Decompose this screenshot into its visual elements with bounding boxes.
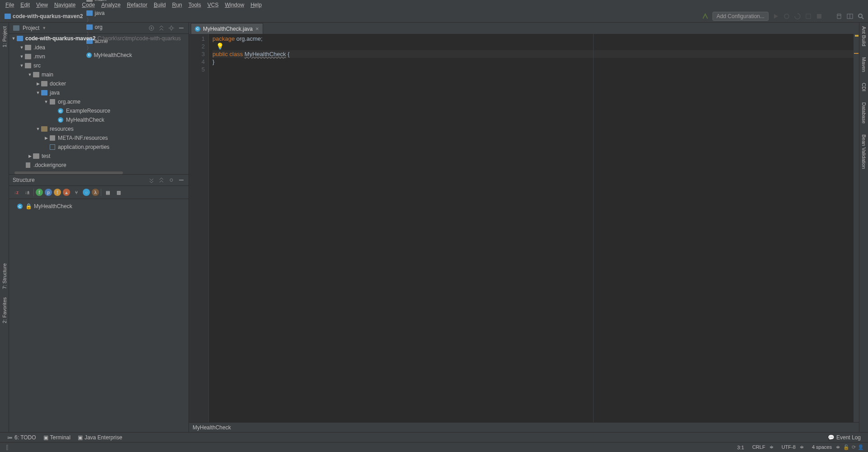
autoscroll-source-icon[interactable]: ▤ <box>103 188 112 197</box>
left-tab-project[interactable]: 1: Project <box>2 24 7 49</box>
svg-point-9 <box>151 28 152 29</box>
settings-icon[interactable] <box>168 176 175 184</box>
svg-point-10 <box>170 27 173 29</box>
tree-item-docker[interactable]: ▶docker <box>9 79 189 88</box>
line-number: 3 <box>189 50 205 58</box>
code-editor[interactable]: 12345 package org.acme; 💡 public class M… <box>189 34 859 422</box>
show-class-icon[interactable]: ○ <box>83 189 90 196</box>
stop-icon[interactable] <box>816 13 823 20</box>
run-icon[interactable] <box>772 13 779 20</box>
right-margin <box>593 34 594 422</box>
structure-item[interactable]: C 🔒 MyHealthCheck <box>13 202 185 211</box>
tree-item-orgacme[interactable]: ▼org.acme <box>9 97 189 106</box>
line-number: 4 <box>189 58 205 66</box>
tree-item-resources[interactable]: ▼resources <box>9 124 189 133</box>
readonly-lock-icon[interactable]: 🔓 <box>843 444 850 451</box>
vcs-icon[interactable] <box>835 13 843 20</box>
right-tab-bean-validation[interactable]: Bean Validation <box>861 133 867 171</box>
build-icon[interactable] <box>702 13 709 20</box>
folder-icon <box>86 0 93 2</box>
status-bar: 3:1 CRLF ≑ UTF-8 ≑ 4 spaces ≑ 🔓 ⟳ 👤 <box>0 442 868 452</box>
project-tree[interactable]: ▼ code-with-quarkus-maven2 C:\work\src\t… <box>9 34 189 174</box>
show-properties-icon[interactable]: p <box>45 189 52 196</box>
show-anon-icon[interactable]: ⑂ <box>72 188 81 197</box>
tree-item-main[interactable]: ▼main <box>9 70 189 79</box>
tree-item-applicationproperties[interactable]: application.properties <box>9 143 189 152</box>
right-tab-ant-build[interactable]: Ant Build <box>861 24 867 48</box>
crumb-java[interactable]: java <box>85 10 133 16</box>
inspections-icon[interactable]: 👤 <box>857 444 864 451</box>
tool-windows-icon[interactable] <box>4 444 11 451</box>
show-fields-icon[interactable]: f <box>36 189 43 196</box>
class-icon: C <box>195 26 200 32</box>
folder-icon <box>25 45 31 50</box>
project-panel-header: Project ▼ <box>9 23 189 34</box>
locate-icon[interactable] <box>148 24 155 32</box>
intention-bulb-icon[interactable]: 💡 <box>212 43 224 50</box>
expand-all-icon[interactable] <box>148 176 155 184</box>
show-inherited-icon[interactable]: ▲ <box>63 189 70 196</box>
module-icon <box>17 36 23 41</box>
autoscroll-from-icon[interactable]: ▥ <box>114 188 123 197</box>
tree-item-myhealthcheck[interactable]: CMyHealthCheck <box>9 115 189 124</box>
search-everywhere-icon[interactable] <box>857 13 864 20</box>
right-tab-maven[interactable]: Maven <box>861 55 867 74</box>
class-icon: C <box>58 108 63 114</box>
tree-root[interactable]: ▼ code-with-quarkus-maven2 C:\work\src\t… <box>9 34 189 43</box>
tree-item-exampleresource[interactable]: CExampleResource <box>9 106 189 115</box>
file-encoding[interactable]: UTF-8 ≑ <box>776 444 807 450</box>
crumb-main[interactable]: main <box>85 0 133 2</box>
svg-line-6 <box>862 17 863 19</box>
gutter: 12345 <box>189 34 209 422</box>
file-icon <box>26 162 30 168</box>
class-icon: C <box>58 117 63 123</box>
profile-icon[interactable] <box>805 13 812 20</box>
indent-setting[interactable]: 4 spaces ≑ <box>807 444 843 450</box>
tree-item-java[interactable]: ▼java <box>9 88 189 97</box>
structure-panel-title: Structure <box>13 177 35 183</box>
svg-rect-15 <box>6 445 8 450</box>
tree-item-test[interactable]: ▶test <box>9 152 189 161</box>
left-tab-structure[interactable]: 7: Structure <box>2 262 7 291</box>
right-tab-database[interactable]: Database <box>861 100 867 125</box>
left-tab-favorites[interactable]: 2: Favorites <box>2 295 7 325</box>
line-separator[interactable]: CRLF ≑ <box>747 444 776 450</box>
error-stripe[interactable] <box>854 34 859 422</box>
run-configuration-combo[interactable]: Add Configuration... <box>712 12 769 21</box>
svg-rect-7 <box>13 25 19 31</box>
collapse-all-icon[interactable] <box>158 24 165 32</box>
tree-horizontal-scrollbar[interactable] <box>14 171 123 174</box>
editor-tab[interactable]: C MyHealthCheck.java × <box>191 23 263 34</box>
debug-icon[interactable] <box>783 13 790 20</box>
run-coverage-icon[interactable] <box>794 13 801 20</box>
terminal-tool-button[interactable]: ▣Terminal <box>40 434 74 441</box>
hide-icon[interactable] <box>178 176 185 184</box>
right-tab-cdi[interactable]: CDI <box>861 81 867 93</box>
editor-breadcrumb[interactable]: MyHealthCheck <box>189 422 859 432</box>
show-lambda-icon[interactable]: λ <box>92 189 99 196</box>
collapse-all-icon[interactable] <box>158 176 165 184</box>
folder-icon <box>86 24 93 30</box>
tree-item-mvn[interactable]: ▼.mvn <box>9 52 189 61</box>
caret-position[interactable]: 3:1 <box>735 445 747 450</box>
todo-tool-button[interactable]: ≔6: TODO <box>4 434 40 441</box>
sort-visibility-icon[interactable]: ↓± <box>23 188 32 197</box>
show-methods-icon[interactable]: f <box>54 189 61 196</box>
settings-icon[interactable] <box>168 24 175 32</box>
folder-icon <box>25 63 31 68</box>
jee-tool-button[interactable]: ▣Java Enterprise <box>74 434 126 441</box>
tree-item-src[interactable]: ▼src <box>9 61 189 70</box>
hide-icon[interactable] <box>178 24 185 32</box>
line-number: 5 <box>189 66 205 73</box>
crumb-project[interactable]: code-with-quarkus-maven2 <box>4 13 84 19</box>
sort-alpha-icon[interactable]: ↓z <box>12 188 21 197</box>
tree-item-dockerignore[interactable]: .dockerignore <box>9 161 189 170</box>
tree-item-idea[interactable]: ▼.idea <box>9 43 189 52</box>
folder-icon <box>33 153 39 159</box>
resources-folder-icon <box>41 126 47 132</box>
split-icon[interactable] <box>846 13 854 20</box>
memory-indicator-icon[interactable]: ⟳ <box>850 444 857 451</box>
close-tab-icon[interactable]: × <box>255 25 259 32</box>
event-log-button[interactable]: 💬Event Log <box>824 434 864 441</box>
tree-item-metainfresources[interactable]: ▶META-INF.resources <box>9 133 189 143</box>
